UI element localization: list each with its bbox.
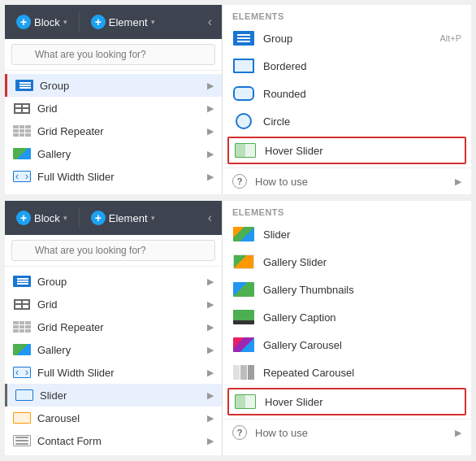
menu-label-fwslider-2: Full Width Slider xyxy=(37,367,115,379)
collapse-button-1[interactable]: ‹ xyxy=(205,15,215,29)
left-panel-1: + Block ▾ + Element ▾ ‹ Group ▶ xyxy=(5,5,223,194)
gridrepeater-arrow-2: ▶ xyxy=(207,322,214,333)
menu-item-fwslider-1[interactable]: Full Width Slider ▶ xyxy=(5,165,222,188)
gallery-arrow-1: ▶ xyxy=(207,149,214,159)
grid-shape-icon-2 xyxy=(14,299,30,310)
gridrepeater-icon-1 xyxy=(13,124,31,137)
fwslider-icon-1 xyxy=(13,170,31,183)
toolbar-1: + Block ▾ + Element ▾ ‹ xyxy=(5,5,222,39)
menu-label-grid-1: Grid xyxy=(37,102,58,115)
search-wrapper-2 xyxy=(11,240,215,261)
menu-label-group-1: Group xyxy=(40,80,69,92)
contactform-icon-2 xyxy=(13,434,31,447)
group-shape-icon xyxy=(15,80,33,91)
element-item-gallerycarousel[interactable]: Gallery Carousel xyxy=(223,331,471,359)
elements-list-2: Slider Gallery Slider Gallery Thumbnails… xyxy=(223,220,471,415)
el-hoverslider-icon xyxy=(234,142,257,159)
menu-label-group-2: Group xyxy=(37,276,67,288)
el-label-group: Group xyxy=(263,33,292,45)
block-chevron-1: ▾ xyxy=(63,18,67,26)
menu-item-slider-2[interactable]: Slider ▶ xyxy=(5,384,222,407)
how-to-use-arrow-1: ▶ xyxy=(455,176,461,187)
collapse-button-2[interactable]: ‹ xyxy=(205,211,215,225)
gallery-icon-2 xyxy=(13,343,31,356)
el-shortcut-group: Alt+P xyxy=(439,33,461,43)
contactform-arrow-2: ▶ xyxy=(207,436,214,446)
element-item-hoverslider2[interactable]: Hover Slider xyxy=(227,388,466,415)
element-item-hoverslider[interactable]: Hover Slider xyxy=(227,137,466,164)
search-input-1[interactable] xyxy=(11,44,215,65)
elements-list-1: Group Alt+P Bordered Rounded Circle xyxy=(223,24,471,164)
gridrepeater-arrow-1: ▶ xyxy=(207,126,214,137)
element-button-2[interactable]: + Element ▾ xyxy=(86,207,160,228)
element-item-slider[interactable]: Slider xyxy=(223,220,471,248)
grid-shape-icon xyxy=(14,103,30,114)
el-group-shape xyxy=(233,31,254,46)
menu-item-gridrepeater-2[interactable]: Grid Repeater ▶ xyxy=(5,315,222,338)
el-slider-shape xyxy=(233,227,254,241)
block-button-2[interactable]: + Block ▾ xyxy=(11,207,72,228)
menu-item-fwslider-2[interactable]: Full Width Slider ▶ xyxy=(5,361,222,384)
how-to-use-2[interactable]: ? How to use ▶ xyxy=(223,419,471,446)
menu-label-gridrepeater-1: Grid Repeater xyxy=(37,125,104,137)
el-hoverslider2-icon xyxy=(234,394,257,410)
el-label-rounded: Rounded xyxy=(263,88,306,100)
element-item-galleryslider[interactable]: Gallery Slider xyxy=(223,248,471,276)
el-label-bordered: Bordered xyxy=(263,60,306,72)
block-label-1: Block xyxy=(34,16,60,28)
menu-item-carousel-2[interactable]: Carousel ▶ xyxy=(5,407,222,429)
el-slider-icon xyxy=(232,226,255,242)
menu-item-group-2[interactable]: Group ▶ xyxy=(5,270,222,293)
el-gallerycarousel-shape xyxy=(233,337,254,352)
right-panel-1: ELEMENTS Group Alt+P Bordered Rounded xyxy=(223,5,471,194)
menu-label-slider-2: Slider xyxy=(40,389,67,402)
toolbar-sep-1 xyxy=(79,12,80,32)
menu-label-carousel-2: Carousel xyxy=(37,412,80,424)
question-icon-2: ? xyxy=(232,425,247,440)
search-input-2[interactable] xyxy=(11,240,215,261)
menu-item-gallery-2[interactable]: Gallery ▶ xyxy=(5,338,222,361)
gallery-shape-icon-2 xyxy=(13,344,31,355)
block-button-1[interactable]: + Block ▾ xyxy=(11,11,72,33)
fwslider-arrow-2: ▶ xyxy=(207,367,214,378)
el-hoverslider2-shape xyxy=(235,394,256,409)
element-item-bordered[interactable]: Bordered xyxy=(223,52,471,80)
menu-item-grid-2[interactable]: Grid ▶ xyxy=(5,293,222,315)
element-item-gallerycaption[interactable]: Gallery Caption xyxy=(223,303,471,331)
element-item-group[interactable]: Group Alt+P xyxy=(223,24,471,52)
panel-2: + Block ▾ + Element ▾ ‹ Group ▶ xyxy=(5,201,471,455)
element-item-circle[interactable]: Circle xyxy=(223,107,471,135)
how-to-use-1[interactable]: ? How to use ▶ xyxy=(223,167,471,194)
menu-item-gridrepeater-1[interactable]: Grid Repeater ▶ xyxy=(5,120,222,142)
el-galleryslider-icon xyxy=(232,254,255,270)
el-repeatedcarousel-shape xyxy=(233,365,254,380)
menu-item-gallery-1[interactable]: Gallery ▶ xyxy=(5,142,222,165)
fwslider-shape-icon xyxy=(13,171,31,182)
gallery-shape-icon xyxy=(13,148,31,159)
fwslider-shape-icon-2 xyxy=(13,367,31,378)
slider-shape-icon-2 xyxy=(15,389,33,401)
menu-label-grid-2: Grid xyxy=(37,298,58,311)
menu-item-grid-1[interactable]: Grid ▶ xyxy=(5,97,222,120)
menu-item-contactform-2[interactable]: Contact Form ▶ xyxy=(5,429,222,452)
gridrepeater-icon-2 xyxy=(13,320,31,333)
el-circle-icon xyxy=(232,113,255,129)
how-to-use-label-1: How to use xyxy=(255,176,308,188)
group-icon-2 xyxy=(13,275,31,288)
el-hoverslider-shape xyxy=(235,143,256,158)
menu-label-gallery-2: Gallery xyxy=(37,344,71,356)
element-plus-icon: + xyxy=(91,15,106,29)
toolbar-2: + Block ▾ + Element ▾ ‹ xyxy=(5,201,222,235)
el-label-galleryslider: Gallery Slider xyxy=(263,256,327,268)
element-item-rounded[interactable]: Rounded xyxy=(223,80,471,107)
element-button-1[interactable]: + Element ▾ xyxy=(86,11,160,33)
el-label-circle: Circle xyxy=(263,115,290,128)
search-bar-1 xyxy=(5,39,222,71)
element-label-2: Element xyxy=(109,212,148,224)
menu-item-group-1[interactable]: Group ▶ xyxy=(5,74,222,97)
search-bar-2 xyxy=(5,235,222,267)
group-arrow-1: ▶ xyxy=(207,80,214,91)
toolbar-sep-2 xyxy=(79,208,80,228)
element-item-gallerythumbs[interactable]: Gallery Thumbnails xyxy=(223,276,471,303)
element-item-repeatedcarousel[interactable]: Repeated Carousel xyxy=(223,359,471,386)
